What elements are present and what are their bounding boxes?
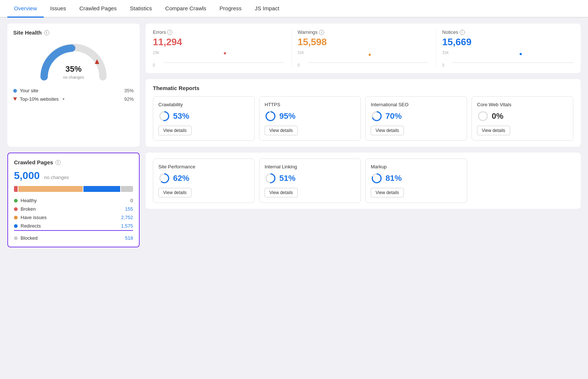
redirects-dot bbox=[14, 224, 18, 228]
redirects-value: 1,575 bbox=[121, 223, 133, 229]
core-web-vitals-score: 0% bbox=[477, 110, 568, 122]
crawled-pages-card: Crawled Pages i 5,000 no changes Hea bbox=[7, 153, 140, 247]
gauge-container: 35% no changes bbox=[13, 40, 134, 81]
crawled-legend-healthy: Healthy 0 bbox=[14, 198, 133, 203]
crawled-count: 5,000 bbox=[14, 170, 40, 181]
site-health-title: Site Health i bbox=[13, 29, 134, 36]
healthy-dot bbox=[14, 199, 18, 203]
broken-value: 155 bbox=[125, 206, 133, 212]
have-issues-dot bbox=[14, 216, 18, 219]
metrics-top-row: Errors i 11,294 23K 0 Warnings i bbox=[146, 24, 581, 73]
intl-seo-view-details[interactable]: View details bbox=[371, 126, 404, 135]
nav-item-statistics[interactable]: Statistics bbox=[123, 0, 159, 18]
crawled-legend-blocked: Blocked 518 bbox=[14, 235, 133, 241]
nav-item-issues[interactable]: Issues bbox=[44, 0, 73, 18]
have-issues-label: Have issues bbox=[21, 215, 47, 220]
site-performance-title: Site Performance bbox=[158, 164, 249, 169]
site-performance-ring bbox=[158, 172, 170, 184]
site-health-card: Site Health i 35% no chang bbox=[7, 24, 140, 147]
https-score: 95% bbox=[265, 110, 355, 122]
pb-redirects bbox=[83, 186, 120, 192]
intl-seo-score: 70% bbox=[371, 110, 462, 122]
notices-info-icon[interactable]: i bbox=[460, 30, 465, 35]
core-web-vitals-title: Core Web Vitals bbox=[477, 102, 568, 107]
warnings-value: 15,598 bbox=[298, 36, 429, 48]
site-performance-view-details[interactable]: View details bbox=[158, 188, 191, 197]
nav-item-progress[interactable]: Progress bbox=[213, 0, 248, 18]
crawlability-title: Crawlability bbox=[158, 102, 249, 107]
warnings-chart: 31K 0 bbox=[298, 51, 429, 67]
intl-seo-title: International SEO bbox=[371, 102, 462, 107]
notices-axis-top: 31K bbox=[442, 51, 449, 55]
errors-label: Errors i bbox=[153, 29, 284, 35]
thematic-row2-section: Site Performance 62% View details Inte bbox=[146, 153, 581, 209]
warnings-chart-line bbox=[308, 62, 429, 63]
warnings-axis-top: 31K bbox=[298, 51, 304, 55]
top10-triangle bbox=[13, 97, 17, 101]
crawled-pages-title: Crawled Pages i bbox=[14, 159, 133, 165]
errors-axis-top: 23K bbox=[153, 51, 159, 55]
warnings-info-icon[interactable]: i bbox=[319, 30, 324, 35]
crawled-legend-redirects: Redirects 1,575 bbox=[14, 223, 133, 229]
top-row: Site Health i 35% no chang bbox=[7, 24, 581, 147]
nav-item-crawled-pages[interactable]: Crawled Pages bbox=[73, 0, 123, 18]
thematic-reports-section: Thematic Reports Crawlability 53% bbox=[146, 79, 581, 147]
top10-value: 92% bbox=[124, 96, 134, 102]
https-title: HTTPS bbox=[265, 102, 355, 107]
nav-item-overview[interactable]: Overview bbox=[7, 0, 44, 18]
notices-label: Notices i bbox=[442, 29, 573, 35]
markup-view-details[interactable]: View details bbox=[371, 188, 404, 197]
pb-issues bbox=[18, 186, 83, 192]
internal-linking-ring bbox=[265, 172, 276, 184]
https-ring bbox=[265, 110, 276, 122]
notices-chart-line bbox=[452, 62, 573, 63]
core-web-vitals-ring bbox=[477, 110, 489, 122]
main-content: Site Health i 35% no chang bbox=[0, 18, 588, 253]
healthy-label: Healthy bbox=[21, 198, 37, 203]
warnings-label: Warnings i bbox=[298, 29, 429, 35]
warnings-axis-bottom: 0 bbox=[298, 63, 300, 67]
crawled-pages-info-icon[interactable]: i bbox=[55, 160, 61, 165]
markup-score: 81% bbox=[371, 172, 462, 184]
errors-chart: 23K 0 bbox=[153, 51, 284, 67]
top10-legend: Top-10% websites ▾ 92% bbox=[13, 95, 134, 103]
nav-item-js-impact[interactable]: JS Impact bbox=[248, 0, 286, 18]
errors-value: 11,294 bbox=[153, 36, 284, 48]
errors-chart-dot bbox=[224, 52, 226, 54]
broken-dot bbox=[14, 207, 18, 211]
crawlability-view-details[interactable]: View details bbox=[158, 126, 191, 135]
your-site-value: 35% bbox=[124, 88, 134, 93]
thematic-grid-row1: Crawlability 53% View details HTTPS bbox=[153, 96, 573, 141]
your-site-legend: Your site 35% bbox=[13, 86, 134, 95]
thematic-card-internal-linking: Internal Linking 51% View details bbox=[259, 158, 361, 203]
internal-linking-view-details[interactable]: View details bbox=[265, 188, 298, 197]
nav-bar: Overview Issues Crawled Pages Statistics… bbox=[0, 0, 588, 18]
notices-metric: Notices i 15,669 31K 0 bbox=[442, 29, 573, 67]
crawled-legend: Healthy 0 Broken 155 Have issues bbox=[14, 198, 133, 241]
gauge-percent: 35% bbox=[63, 64, 84, 74]
crawled-progress-bar bbox=[14, 186, 133, 192]
nav-item-compare-crawls[interactable]: Compare Crawls bbox=[159, 0, 213, 18]
intl-seo-ring bbox=[371, 110, 383, 122]
internal-linking-score: 51% bbox=[265, 172, 355, 184]
gauge-svg: 35% no changes bbox=[37, 40, 110, 81]
healthy-value: 0 bbox=[130, 198, 133, 203]
core-web-vitals-view-details[interactable]: View details bbox=[477, 126, 510, 135]
errors-info-icon[interactable]: i bbox=[167, 30, 172, 35]
notices-value: 15,669 bbox=[442, 36, 573, 48]
redirects-label: Redirects bbox=[21, 223, 41, 229]
svg-point-4 bbox=[266, 112, 275, 121]
have-issues-value: 2,752 bbox=[121, 215, 133, 220]
site-health-info-icon[interactable]: i bbox=[44, 30, 49, 35]
errors-chart-line bbox=[163, 62, 284, 63]
crawled-count-row: 5,000 no changes bbox=[14, 170, 133, 182]
https-view-details[interactable]: View details bbox=[265, 126, 298, 135]
thematic-reports-title: Thematic Reports bbox=[153, 85, 573, 91]
thematic-card-https: HTTPS 95% View details bbox=[259, 96, 361, 141]
redirects-underline bbox=[14, 230, 133, 231]
internal-linking-title: Internal Linking bbox=[265, 164, 355, 169]
thematic-card-crawlability: Crawlability 53% View details bbox=[153, 96, 255, 141]
top10-dropdown-icon[interactable]: ▾ bbox=[62, 97, 65, 101]
thematic-card-intl-seo: International SEO 70% View details bbox=[365, 96, 467, 141]
thematic-card-markup: Markup 81% View details bbox=[365, 158, 467, 203]
